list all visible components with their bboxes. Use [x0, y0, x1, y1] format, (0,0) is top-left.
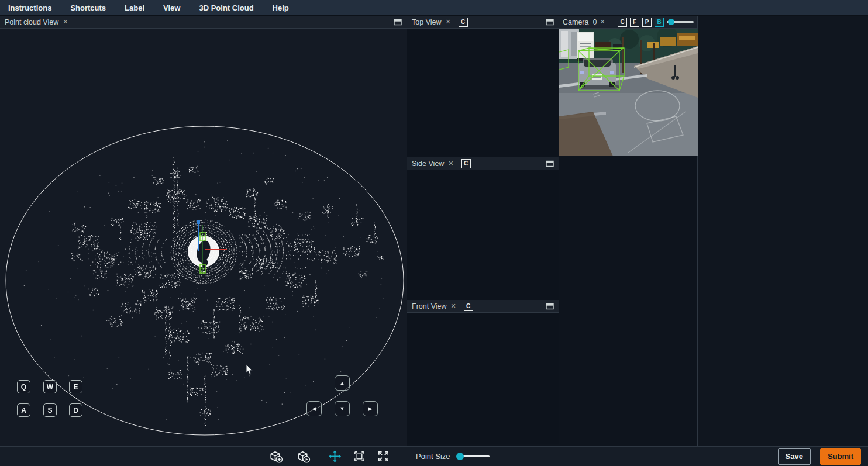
top-view-camera-button[interactable]: C — [459, 18, 468, 27]
menu-item-shortcuts[interactable]: Shortcuts — [70, 4, 106, 12]
nav-left-button[interactable]: ◀ — [306, 401, 322, 416]
point-cloud-viewport[interactable]: Q W E A S D ▲ ◀ ▼ ▶ — [0, 29, 407, 446]
fullscreen-button[interactable] — [377, 450, 390, 462]
key-hint-s[interactable]: S — [43, 403, 57, 417]
camera-mode-b-button[interactable]: B — [655, 18, 664, 27]
camera-overlay-slider-knob[interactable] — [668, 19, 674, 25]
point-size-slider-knob[interactable] — [456, 453, 464, 460]
nav-down-button[interactable]: ▼ — [335, 401, 350, 416]
key-hint-a[interactable]: A — [17, 403, 30, 417]
ortho-views-column: Top View ✕ C Side View ✕ C Front View ✕ — [407, 16, 559, 446]
camera-panel-header: Camera_0 ✕ C F P B — [559, 16, 697, 29]
point-size-slider[interactable] — [457, 455, 490, 457]
key-hint-w[interactable]: W — [43, 380, 57, 393]
point-cloud-panel-title: Point cloud View — [5, 18, 58, 26]
maximize-icon[interactable] — [394, 19, 402, 26]
side-view-camera-button[interactable]: C — [461, 159, 471, 168]
mouse-cursor — [246, 364, 254, 376]
add-cuboid-sequence-button[interactable] — [295, 449, 311, 464]
camera-mode-f-button[interactable]: F — [630, 18, 639, 27]
camera-panel-empty-area — [559, 156, 697, 446]
menu-item-view[interactable]: View — [163, 4, 180, 12]
menu-item-instructions[interactable]: Instructions — [8, 4, 51, 12]
camera-image[interactable] — [559, 29, 698, 156]
camera-panel-title: Camera_0 — [563, 18, 597, 26]
point-size-label: Point Size — [416, 452, 450, 461]
frame-corners-icon — [353, 450, 366, 462]
add-cuboid-button[interactable] — [268, 449, 284, 464]
maximize-icon[interactable] — [546, 19, 554, 26]
nav-up-button[interactable]: ▲ — [335, 375, 350, 391]
close-icon[interactable]: ✕ — [446, 19, 451, 25]
camera-overlay-slider[interactable] — [667, 21, 694, 23]
bottom-toolbar: Point Size Save Submit — [0, 446, 868, 466]
front-view-panel: Front View ✕ C — [407, 300, 559, 444]
nav-right-button[interactable]: ▶ — [363, 401, 378, 416]
move-tool-button[interactable] — [328, 450, 342, 463]
close-icon[interactable]: ✕ — [448, 160, 453, 167]
camera-panel: Camera_0 ✕ C F P B — [559, 16, 698, 446]
menu-item-label[interactable]: Label — [125, 4, 144, 12]
top-view-title: Top View — [412, 18, 442, 26]
close-icon[interactable]: ✕ — [63, 19, 68, 25]
camera-mode-p-button[interactable]: P — [642, 18, 652, 27]
front-view-camera-button[interactable]: C — [464, 302, 473, 311]
point-cloud-panel: Point cloud View ✕ Q W E A S D ▲ ◀ ▼ ▶ — [0, 16, 407, 446]
submit-button[interactable]: Submit — [820, 448, 861, 465]
point-cloud-panel-header: Point cloud View ✕ — [0, 16, 407, 29]
move-arrows-icon — [328, 450, 342, 463]
menu-item-3d-point-cloud[interactable]: 3D Point Cloud — [199, 4, 253, 12]
3d-point-cloud-labeling-app: Instructions Shortcuts Label View 3D Poi… — [0, 0, 868, 466]
front-view-title: Front View — [412, 302, 447, 310]
fit-selection-button[interactable] — [353, 450, 366, 462]
key-hint-q[interactable]: Q — [17, 380, 30, 393]
maximize-icon[interactable] — [546, 303, 554, 310]
side-view-title: Side View — [412, 160, 444, 168]
side-view-panel: Side View ✕ C — [407, 157, 559, 300]
side-view-viewport[interactable] — [407, 170, 559, 300]
key-hint-e[interactable]: E — [69, 380, 82, 393]
front-view-viewport[interactable] — [407, 313, 559, 444]
menu-item-help[interactable]: Help — [273, 4, 289, 12]
menu-bar: Instructions Shortcuts Label View 3D Poi… — [0, 0, 868, 16]
cube-plus-icon — [268, 449, 284, 464]
save-button[interactable]: Save — [778, 448, 811, 465]
close-icon[interactable]: ✕ — [600, 19, 605, 25]
expand-arrows-icon — [377, 450, 390, 462]
cube-play-icon — [295, 449, 311, 464]
key-hint-d[interactable]: D — [69, 403, 82, 417]
top-view-panel: Top View ✕ C — [407, 16, 559, 157]
close-icon[interactable]: ✕ — [451, 303, 456, 309]
maximize-icon[interactable] — [546, 160, 554, 167]
top-view-viewport[interactable] — [407, 29, 559, 157]
camera-mode-c-button[interactable]: C — [618, 18, 627, 27]
